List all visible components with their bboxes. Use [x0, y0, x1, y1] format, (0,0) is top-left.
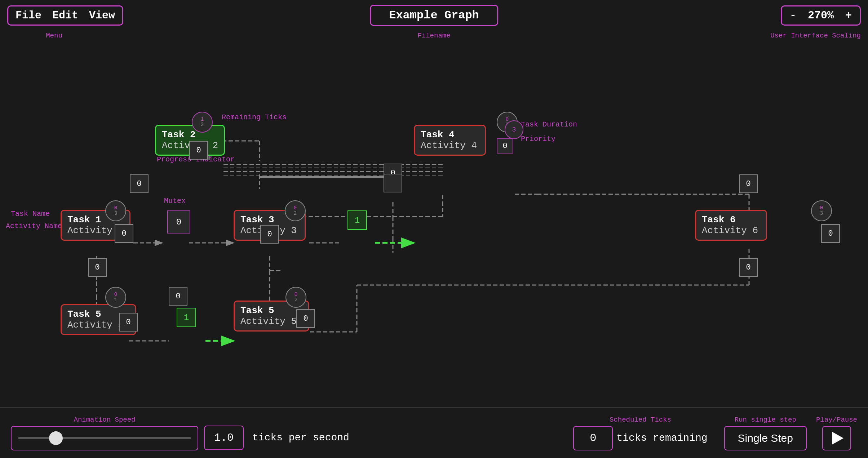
single-step-label: Run single step: [735, 416, 796, 424]
task4-priority-square: 0: [497, 138, 513, 154]
task3-circle-top: 0: [294, 205, 297, 211]
annotation-mutex: Mutex: [164, 197, 186, 205]
scale-plus-btn[interactable]: +: [841, 9, 856, 22]
task5a-square: 0: [296, 309, 315, 328]
task6-node[interactable]: Task 6 Activity 6: [695, 210, 767, 241]
edge-sq-left: 0: [130, 174, 149, 193]
play-pause-section: Play/Pause: [816, 416, 857, 450]
green-connector2: 1: [177, 308, 196, 327]
scheduled-ticks-section: Scheduled Ticks 0 ticks remaining: [573, 416, 707, 450]
task2-name: Task 2: [162, 129, 218, 140]
task6-square: 0: [821, 224, 840, 243]
animation-speed-label: Animation Speed: [74, 416, 135, 424]
scale-value: 270%: [804, 9, 837, 22]
slider-track[interactable]: [18, 437, 191, 439]
task6-name: Task 6: [702, 214, 760, 225]
task5a-circle-top: 0: [294, 292, 297, 297]
edge-sq-right: 0: [739, 174, 758, 193]
task5a-activity: Activity 5a: [240, 316, 302, 327]
task2-square: 0: [189, 141, 208, 160]
annotation-remaining-ticks: Remaining Ticks: [222, 113, 287, 121]
task6-circle-top: 0: [820, 205, 823, 211]
menu-file[interactable]: File: [15, 9, 41, 22]
edge-sq-right-mid: [384, 174, 402, 192]
task5a-circle: 0 2: [285, 287, 306, 308]
mutex-value: 0: [176, 217, 181, 227]
speed-unit: ticks per second: [249, 432, 352, 443]
task6-circle: 0 3: [811, 200, 832, 221]
task4-node[interactable]: Task 4 Activity 4: [414, 125, 486, 156]
task4-circle-top: 0: [506, 117, 509, 122]
green-connector1: 1: [347, 210, 367, 230]
filename-box: Example Graph: [370, 5, 498, 26]
ticks-value: 0: [590, 432, 596, 444]
play-pause-label: Play/Pause: [816, 416, 857, 424]
single-step-button[interactable]: Single Step: [724, 426, 807, 450]
menu-label: Menu: [7, 32, 101, 40]
bottom-bar: Animation Speed 1.0 ticks per second Sch…: [0, 407, 868, 458]
task1-square: 0: [115, 224, 133, 243]
task5b-square: 0: [119, 313, 138, 332]
single-step-section: Run single step Single Step: [724, 416, 807, 450]
task6-activity: Activity 6: [702, 225, 760, 236]
scale-group[interactable]: - 270% +: [781, 5, 861, 26]
task6-circle-bottom: 3: [820, 211, 823, 216]
task2-circle: 1 3: [192, 112, 213, 133]
task1-circle-bottom: 3: [114, 211, 117, 216]
task2-circle-top: 1: [201, 117, 204, 122]
task3-circle: 0 2: [285, 200, 306, 221]
green-connector2-value: 1: [184, 313, 189, 323]
menu-edit[interactable]: Edit: [52, 9, 78, 22]
edge-sq-right2: 0: [739, 258, 758, 277]
ticks-remaining: ticks remaining: [616, 432, 707, 444]
task5b-circle-bottom: 1: [114, 297, 117, 303]
speed-value: 1.0: [214, 432, 234, 444]
task3-circle-bottom: 2: [294, 211, 297, 216]
scale-label: User Interface Scaling: [770, 32, 861, 40]
task5a-circle-bottom: 2: [294, 297, 297, 303]
filename-text: Example Graph: [389, 9, 479, 22]
edge-sq-5b-right: 0: [169, 287, 187, 306]
task1-circle: 0 3: [105, 200, 126, 221]
scale-minus-btn[interactable]: -: [785, 9, 801, 22]
ticks-value-box[interactable]: 0: [573, 426, 613, 450]
animation-speed-section: Animation Speed: [11, 416, 198, 450]
task4-activity: Activity 4: [421, 140, 479, 151]
task5b-circle-top: 0: [114, 292, 117, 297]
task4-duration-circle: 3: [505, 120, 523, 139]
annotation-activity-name: Activity Name: [6, 222, 62, 230]
speed-value-box: 1.0: [204, 426, 244, 450]
filename-label: Filename: [417, 32, 450, 40]
green-connector1-value: 1: [355, 215, 360, 225]
task2-circle-bottom: 3: [201, 122, 204, 128]
slider-container[interactable]: [11, 426, 198, 450]
scheduled-ticks-label: Scheduled Ticks: [610, 416, 671, 424]
menu-group[interactable]: File Edit View: [7, 5, 123, 26]
annotation-task-name: Task Name: [11, 210, 50, 218]
play-pause-button[interactable]: [822, 426, 851, 450]
task3-square: 0: [260, 225, 279, 244]
slider-thumb[interactable]: [49, 431, 63, 445]
play-icon: [832, 432, 843, 445]
annotation-task-duration: Task Duration: [521, 120, 577, 129]
task4-name: Task 4: [421, 129, 479, 140]
edge-sq-task1-down: 0: [88, 258, 107, 277]
annotation-priority: Priority: [521, 135, 555, 143]
mutex-square: 0: [167, 210, 190, 234]
task5b-circle: 0 1: [105, 287, 126, 308]
task1-circle-top: 0: [114, 205, 117, 211]
menu-view[interactable]: View: [89, 9, 115, 22]
